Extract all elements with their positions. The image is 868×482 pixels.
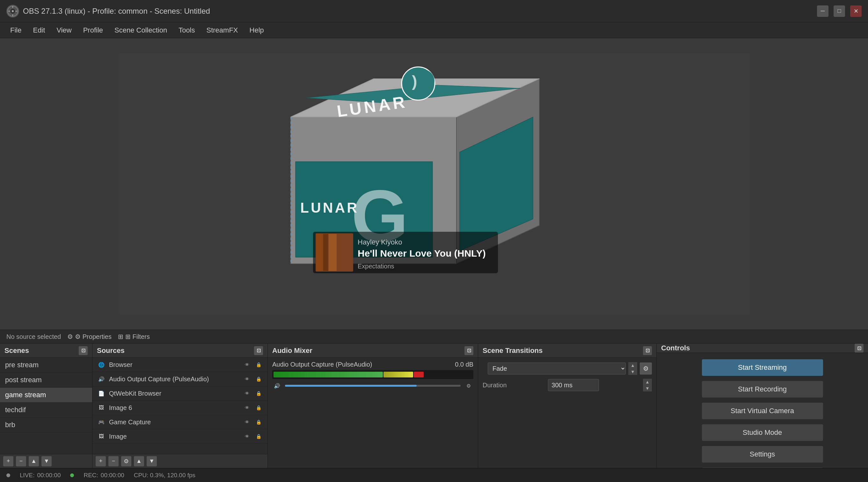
scenes-add-button[interactable]: +	[3, 456, 13, 466]
window-title: OBS 27.1.3 (linux) - Profile: common - S…	[23, 7, 210, 16]
menu-scene-collection[interactable]: Scene Collection	[109, 24, 172, 36]
properties-button[interactable]: ⚙ ⚙ Properties	[67, 333, 112, 340]
menu-file[interactable]: File	[5, 24, 27, 36]
svg-text:Hayley Kiyoko: Hayley Kiyoko	[358, 238, 402, 246]
studio-mode-button[interactable]: Studio Mode	[702, 424, 823, 441]
source-eye-button-5[interactable]: 👁	[243, 418, 251, 426]
transition-up-button[interactable]: ▲	[628, 362, 637, 368]
transition-down-button[interactable]: ▼	[628, 368, 637, 375]
transition-gear-button[interactable]: ⚙	[640, 362, 652, 374]
sources-header: Sources ⊡	[92, 344, 268, 358]
controls-expand-icon[interactable]: ⊡	[855, 344, 864, 353]
start-virtual-camera-button[interactable]: Start Virtual Camera	[702, 403, 823, 419]
source-lock-button-3[interactable]: 🔒	[254, 389, 263, 398]
controls-body: Start Streaming Start Recording Start Vi…	[657, 353, 868, 482]
menu-view[interactable]: View	[51, 24, 76, 36]
source-item-image6[interactable]: 🖼 Image 6 👁 🔒	[92, 401, 268, 415]
controls-header: Controls ⊡	[657, 344, 868, 353]
scenes-header: Scenes ⊡	[0, 344, 92, 358]
scenes-remove-button[interactable]: −	[16, 456, 26, 466]
menu-bar: File Edit View Profile Scene Collection …	[0, 22, 868, 38]
browser-source-icon: 🌐	[97, 360, 106, 369]
scene-item-game-stream[interactable]: game stream	[0, 388, 92, 403]
transitions-body: Fade Cut Swipe Slide ▲ ▼ ⚙ Duration	[478, 358, 656, 400]
menu-streamfx[interactable]: StreamFX	[202, 24, 243, 36]
audio-settings-button[interactable]: ⚙	[464, 381, 473, 391]
svg-text:He'll Never Love You (HNLY): He'll Never Love You (HNLY)	[358, 248, 486, 259]
start-streaming-button[interactable]: Start Streaming	[702, 359, 823, 376]
duration-arrows: ▲ ▼	[643, 379, 652, 391]
filter-icon: ⊞	[118, 333, 123, 340]
controls-panel: Controls ⊡ Start Streaming Start Recordi…	[657, 344, 868, 468]
source-item-browser[interactable]: 🌐 Browser 👁 🔒	[92, 358, 268, 372]
source-lock-button-6[interactable]: 🔒	[254, 432, 263, 441]
duration-down-button[interactable]: ▼	[643, 385, 652, 391]
bottom-panel: Scenes ⊡ pre stream post stream game str…	[0, 344, 868, 468]
status-rec-dot	[70, 473, 74, 477]
scenes-down-button[interactable]: ▼	[41, 456, 52, 466]
maximize-button[interactable]: □	[834, 5, 845, 17]
audio-mixer-header: Audio Mixer ⊡	[268, 344, 478, 358]
status-rec: REC: 00:00:00	[84, 472, 124, 479]
sources-list: 🌐 Browser 👁 🔒 🔊 Audio Output Capture (Pu…	[92, 358, 268, 454]
transitions-expand-icon[interactable]: ⊡	[643, 346, 652, 355]
source-lock-button-5[interactable]: 🔒	[254, 418, 263, 426]
source-eye-button-4[interactable]: 👁	[243, 403, 251, 412]
source-lock-button-2[interactable]: 🔒	[254, 374, 263, 384]
menu-help[interactable]: Help	[245, 24, 269, 36]
scene-transitions-panel: Scene Transitions ⊡ Fade Cut Swipe Slide…	[478, 344, 657, 468]
audio-channel: Audio Output Capture (PulseAudio) 0.0 dB…	[268, 358, 478, 394]
transition-type-select[interactable]: Fade Cut Swipe Slide	[488, 362, 626, 374]
sources-up-button[interactable]: ▲	[134, 456, 144, 466]
title-bar-left: OBS 27.1.3 (linux) - Profile: common - S…	[6, 5, 210, 18]
source-item-qtwebkit[interactable]: 📄 QtWebKit Browser 👁 🔒	[92, 386, 268, 401]
no-source-label: No source selected	[6, 333, 61, 340]
source-lock-button-4[interactable]: 🔒	[254, 403, 263, 412]
title-bar-controls: ─ □ ✕	[817, 5, 862, 17]
sources-add-button[interactable]: +	[96, 456, 106, 466]
scenes-expand-icon[interactable]: ⊡	[79, 346, 88, 355]
source-eye-button-3[interactable]: 👁	[243, 389, 251, 398]
transitions-header: Scene Transitions ⊡	[478, 344, 656, 358]
duration-up-button[interactable]: ▲	[643, 379, 652, 385]
source-item-audio-output[interactable]: 🔊 Audio Output Capture (PulseAudio) 👁 🔒	[92, 372, 268, 386]
source-eye-button-2[interactable]: 👁	[243, 374, 251, 384]
audio-db-value: 0.0 dB	[455, 361, 473, 368]
source-item-game-capture[interactable]: 🎮 Game Capture 👁 🔒	[92, 415, 268, 429]
live-time: 00:00:00	[37, 472, 61, 479]
sources-remove-button[interactable]: −	[108, 456, 119, 466]
cpu-info: CPU: 0.3%, 120.00 fps	[134, 472, 195, 479]
scene-item-pre-stream[interactable]: pre stream	[0, 358, 92, 373]
audio-volume-fill	[285, 385, 416, 387]
transition-duration-row: Duration ▲ ▼	[483, 379, 652, 391]
audio-mute-button[interactable]: 🔊	[272, 381, 282, 391]
sources-down-button[interactable]: ▼	[147, 456, 157, 466]
audio-source-icon: 🔊	[97, 374, 106, 384]
close-button[interactable]: ✕	[850, 5, 862, 17]
audio-mixer-expand-icon[interactable]: ⊡	[464, 346, 473, 355]
sources-settings-button[interactable]: ⚙	[121, 456, 131, 466]
scenes-up-button[interactable]: ▲	[29, 456, 39, 466]
menu-profile[interactable]: Profile	[78, 24, 108, 36]
source-eye-button[interactable]: 👁	[243, 360, 251, 369]
filters-button[interactable]: ⊞ ⊞ Filters	[118, 333, 150, 340]
minimize-button[interactable]: ─	[817, 5, 829, 17]
scene-item-techdif[interactable]: techdif	[0, 403, 92, 418]
source-eye-button-6[interactable]: 👁	[243, 432, 251, 441]
menu-edit[interactable]: Edit	[28, 24, 50, 36]
audio-volume-slider[interactable]	[285, 385, 461, 387]
scene-item-post-stream[interactable]: post stream	[0, 373, 92, 388]
svg-rect-26	[337, 234, 343, 271]
rec-status-dot	[70, 473, 74, 477]
source-lock-button[interactable]: 🔒	[254, 360, 263, 369]
image-source-icon: 🖼	[97, 432, 106, 441]
settings-button[interactable]: Settings	[702, 446, 823, 462]
duration-input[interactable]	[548, 379, 599, 391]
source-item-image[interactable]: 🖼 Image 👁 🔒	[92, 429, 268, 444]
rec-time: 00:00:00	[101, 472, 124, 479]
svg-text:Expectations: Expectations	[358, 263, 394, 270]
menu-tools[interactable]: Tools	[174, 24, 200, 36]
scene-item-brb[interactable]: brb	[0, 418, 92, 432]
sources-expand-icon[interactable]: ⊡	[254, 346, 263, 355]
start-recording-button[interactable]: Start Recording	[702, 381, 823, 397]
